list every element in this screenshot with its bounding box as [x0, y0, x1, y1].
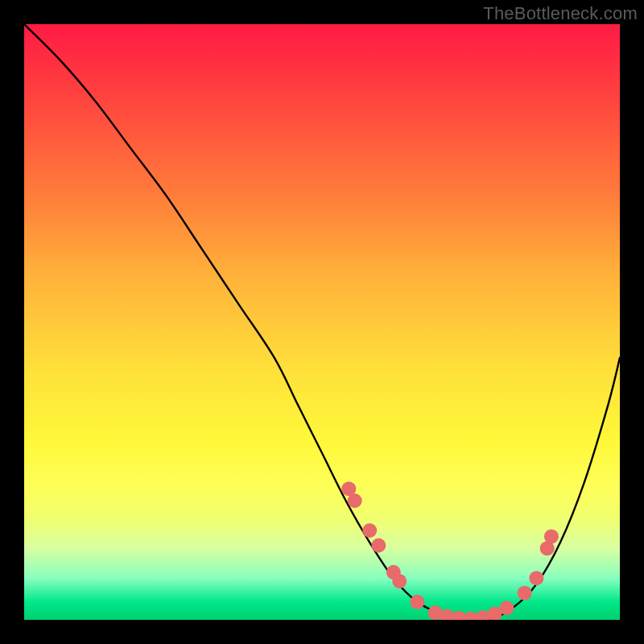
marker-dot [499, 601, 514, 615]
marker-dot [371, 539, 386, 553]
marker-dot [348, 493, 362, 508]
marker-dot [362, 523, 377, 538]
bottleneck-curve [24, 24, 620, 620]
highlight-points [341, 481, 559, 620]
marker-dot [529, 571, 543, 585]
marker-dot [544, 529, 559, 543]
marker-dot [392, 574, 407, 588]
watermark-text: TheBottleneck.com [483, 3, 638, 24]
marker-dot [410, 595, 424, 609]
plot-area [24, 24, 620, 620]
marker-dot [518, 586, 532, 601]
chart-svg [24, 24, 620, 620]
